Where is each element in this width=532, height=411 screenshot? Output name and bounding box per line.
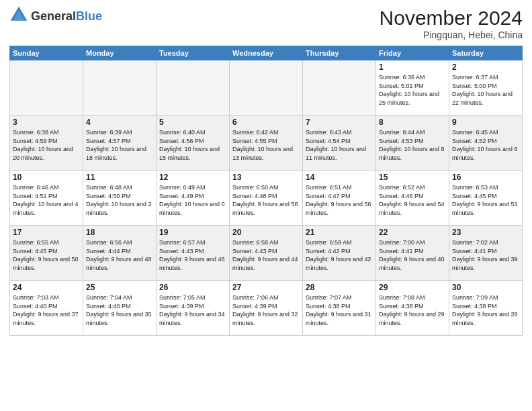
table-row: 19Sunrise: 6:57 AM Sunset: 4:43 PM Dayli… — [157, 226, 230, 281]
table-row: 26Sunrise: 7:05 AM Sunset: 4:39 PM Dayli… — [157, 281, 230, 336]
logo-general: General — [31, 9, 76, 23]
table-row: 12Sunrise: 6:49 AM Sunset: 4:49 PM Dayli… — [157, 171, 230, 226]
col-tuesday: Tuesday — [157, 46, 230, 60]
logo-icon — [9, 5, 28, 24]
day-number: 27 — [232, 283, 300, 292]
day-number: 22 — [379, 228, 446, 237]
day-info: Sunrise: 7:02 AM Sunset: 4:41 PM Dayligh… — [452, 238, 519, 272]
day-info: Sunrise: 6:45 AM Sunset: 4:52 PM Dayligh… — [452, 128, 519, 162]
col-friday: Friday — [376, 46, 449, 60]
location: Pingquan, Hebei, China — [380, 30, 523, 40]
calendar-week-row: 24Sunrise: 7:03 AM Sunset: 4:40 PM Dayli… — [10, 281, 523, 336]
day-number: 6 — [232, 118, 300, 127]
day-number: 2 — [452, 62, 519, 72]
header: GeneralBlue November 2024 Pingquan, Hebe… — [9, 7, 523, 40]
calendar-header-row: Sunday Monday Tuesday Wednesday Thursday… — [10, 46, 523, 60]
col-wednesday: Wednesday — [230, 46, 303, 60]
day-info: Sunrise: 6:39 AM Sunset: 4:57 PM Dayligh… — [86, 128, 153, 162]
table-row: 2Sunrise: 6:37 AM Sunset: 5:00 PM Daylig… — [449, 60, 523, 116]
day-number: 23 — [452, 228, 519, 237]
table-row: 30Sunrise: 7:09 AM Sunset: 4:38 PM Dayli… — [449, 281, 523, 336]
day-number: 20 — [232, 228, 300, 237]
day-info: Sunrise: 6:44 AM Sunset: 4:53 PM Dayligh… — [379, 128, 446, 162]
month-title: November 2024 — [380, 7, 523, 30]
title-block: November 2024 Pingquan, Hebei, China — [380, 7, 523, 40]
table-row: 24Sunrise: 7:03 AM Sunset: 4:40 PM Dayli… — [10, 281, 83, 336]
day-number: 10 — [13, 173, 80, 182]
day-number: 11 — [86, 173, 153, 182]
day-info: Sunrise: 6:38 AM Sunset: 4:59 PM Dayligh… — [13, 128, 80, 162]
day-info: Sunrise: 6:58 AM Sunset: 4:43 PM Dayligh… — [232, 238, 300, 272]
table-row: 9Sunrise: 6:45 AM Sunset: 4:52 PM Daylig… — [449, 116, 523, 171]
table-row: 15Sunrise: 6:52 AM Sunset: 4:46 PM Dayli… — [376, 171, 449, 226]
day-number: 1 — [379, 62, 446, 72]
day-info: Sunrise: 6:53 AM Sunset: 4:45 PM Dayligh… — [452, 183, 519, 217]
day-number: 26 — [159, 283, 226, 292]
day-number: 18 — [86, 228, 153, 237]
calendar-week-row: 17Sunrise: 6:55 AM Sunset: 4:45 PM Dayli… — [10, 226, 523, 281]
day-info: Sunrise: 6:40 AM Sunset: 4:56 PM Dayligh… — [159, 128, 226, 162]
page-container: GeneralBlue November 2024 Pingquan, Hebe… — [0, 0, 532, 340]
day-info: Sunrise: 6:51 AM Sunset: 4:47 PM Dayligh… — [306, 183, 373, 217]
table-row: 21Sunrise: 6:59 AM Sunset: 4:42 PM Dayli… — [303, 226, 376, 281]
col-monday: Monday — [83, 46, 157, 60]
logo-blue: Blue — [76, 9, 102, 23]
day-info: Sunrise: 7:08 AM Sunset: 4:38 PM Dayligh… — [379, 293, 446, 327]
day-info: Sunrise: 7:04 AM Sunset: 4:40 PM Dayligh… — [86, 293, 153, 327]
col-thursday: Thursday — [303, 46, 376, 60]
table-row: 23Sunrise: 7:02 AM Sunset: 4:41 PM Dayli… — [449, 226, 523, 281]
day-number: 3 — [13, 118, 80, 127]
table-row: 27Sunrise: 7:06 AM Sunset: 4:39 PM Dayli… — [230, 281, 303, 336]
calendar-week-row: 3Sunrise: 6:38 AM Sunset: 4:59 PM Daylig… — [10, 116, 523, 171]
day-number: 24 — [13, 283, 80, 292]
day-info: Sunrise: 7:06 AM Sunset: 4:39 PM Dayligh… — [232, 293, 300, 327]
day-info: Sunrise: 6:36 AM Sunset: 5:01 PM Dayligh… — [379, 73, 446, 107]
table-row: 3Sunrise: 6:38 AM Sunset: 4:59 PM Daylig… — [10, 116, 83, 171]
table-row: 20Sunrise: 6:58 AM Sunset: 4:43 PM Dayli… — [230, 226, 303, 281]
day-info: Sunrise: 7:05 AM Sunset: 4:39 PM Dayligh… — [159, 293, 226, 327]
col-saturday: Saturday — [449, 46, 523, 60]
table-row: 5Sunrise: 6:40 AM Sunset: 4:56 PM Daylig… — [157, 116, 230, 171]
day-info: Sunrise: 6:52 AM Sunset: 4:46 PM Dayligh… — [379, 183, 446, 217]
day-info: Sunrise: 6:48 AM Sunset: 4:50 PM Dayligh… — [86, 183, 153, 217]
day-number: 8 — [379, 118, 446, 127]
table-row: 11Sunrise: 6:48 AM Sunset: 4:50 PM Dayli… — [83, 171, 157, 226]
logo: GeneralBlue — [9, 7, 102, 26]
day-number: 25 — [86, 283, 153, 292]
day-info: Sunrise: 6:59 AM Sunset: 4:42 PM Dayligh… — [306, 238, 373, 272]
day-number: 5 — [159, 118, 226, 127]
table-row — [157, 60, 230, 116]
day-number: 28 — [306, 283, 373, 292]
table-row: 10Sunrise: 6:46 AM Sunset: 4:51 PM Dayli… — [10, 171, 83, 226]
table-row — [303, 60, 376, 116]
day-number: 14 — [306, 173, 373, 182]
table-row: 6Sunrise: 6:42 AM Sunset: 4:55 PM Daylig… — [230, 116, 303, 171]
day-number: 13 — [232, 173, 300, 182]
calendar-week-row: 1Sunrise: 6:36 AM Sunset: 5:01 PM Daylig… — [10, 60, 523, 116]
table-row: 22Sunrise: 7:00 AM Sunset: 4:41 PM Dayli… — [376, 226, 449, 281]
col-sunday: Sunday — [10, 46, 83, 60]
day-number: 30 — [452, 283, 519, 292]
table-row: 8Sunrise: 6:44 AM Sunset: 4:53 PM Daylig… — [376, 116, 449, 171]
table-row: 17Sunrise: 6:55 AM Sunset: 4:45 PM Dayli… — [10, 226, 83, 281]
day-info: Sunrise: 6:37 AM Sunset: 5:00 PM Dayligh… — [452, 73, 519, 107]
table-row — [83, 60, 157, 116]
day-number: 21 — [306, 228, 373, 237]
table-row: 1Sunrise: 6:36 AM Sunset: 5:01 PM Daylig… — [376, 60, 449, 116]
day-number: 17 — [13, 228, 80, 237]
day-info: Sunrise: 6:55 AM Sunset: 4:45 PM Dayligh… — [13, 238, 80, 272]
table-row: 4Sunrise: 6:39 AM Sunset: 4:57 PM Daylig… — [83, 116, 157, 171]
day-number: 19 — [159, 228, 226, 237]
table-row: 29Sunrise: 7:08 AM Sunset: 4:38 PM Dayli… — [376, 281, 449, 336]
table-row: 13Sunrise: 6:50 AM Sunset: 4:48 PM Dayli… — [230, 171, 303, 226]
day-info: Sunrise: 7:07 AM Sunset: 4:38 PM Dayligh… — [306, 293, 373, 327]
day-info: Sunrise: 6:56 AM Sunset: 4:44 PM Dayligh… — [86, 238, 153, 272]
day-info: Sunrise: 6:57 AM Sunset: 4:43 PM Dayligh… — [159, 238, 226, 272]
table-row: 16Sunrise: 6:53 AM Sunset: 4:45 PM Dayli… — [449, 171, 523, 226]
table-row: 25Sunrise: 7:04 AM Sunset: 4:40 PM Dayli… — [83, 281, 157, 336]
calendar-week-row: 10Sunrise: 6:46 AM Sunset: 4:51 PM Dayli… — [10, 171, 523, 226]
day-info: Sunrise: 7:03 AM Sunset: 4:40 PM Dayligh… — [13, 293, 80, 327]
day-info: Sunrise: 6:49 AM Sunset: 4:49 PM Dayligh… — [159, 183, 226, 217]
day-number: 12 — [159, 173, 226, 182]
day-info: Sunrise: 6:42 AM Sunset: 4:55 PM Dayligh… — [232, 128, 300, 162]
